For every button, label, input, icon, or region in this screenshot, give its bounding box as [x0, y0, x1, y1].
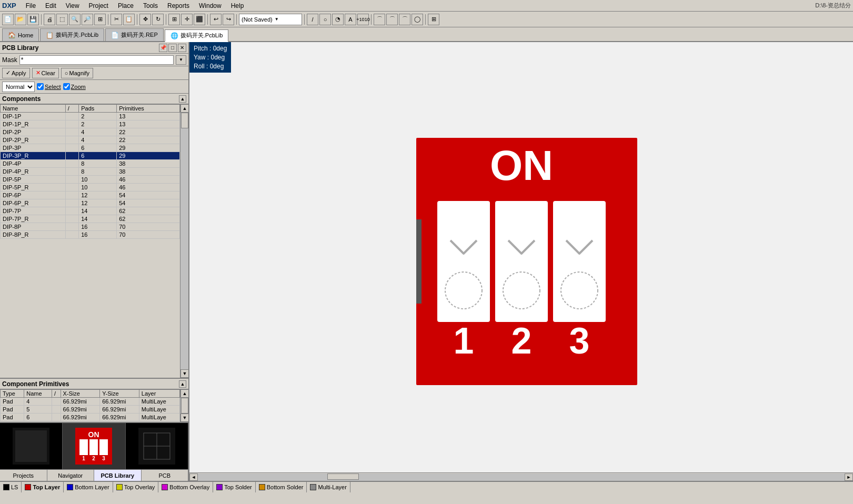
- circle2-btn[interactable]: ◯: [412, 14, 423, 25]
- primitive-row[interactable]: Pad 5 66.929mi 66.929mi MultiLaye: [1, 406, 180, 414]
- component-row[interactable]: DIP-7P 14 62: [1, 207, 180, 215]
- scroll-down-btn[interactable]: ▼: [180, 369, 188, 378]
- undo-btn[interactable]: ↩: [210, 14, 222, 25]
- component-row[interactable]: DIP-3P_R 6 29: [1, 152, 180, 160]
- tab-projects[interactable]: Projects: [0, 470, 47, 481]
- rotate-btn[interactable]: ↻: [152, 14, 164, 25]
- preview-thumb-3[interactable]: [126, 423, 188, 469]
- apply-btn[interactable]: ✓ Apply: [2, 68, 30, 78]
- panel-close-btn[interactable]: ✕: [178, 44, 186, 52]
- panel-pin-btn[interactable]: 📌: [159, 44, 167, 52]
- text-btn[interactable]: A: [345, 14, 356, 25]
- col-slash[interactable]: /: [65, 105, 78, 113]
- component-row[interactable]: DIP-5P_R 10 46: [1, 184, 180, 191]
- component-row[interactable]: DIP-6P_R 12 54: [1, 199, 180, 207]
- panel-maximize-btn[interactable]: □: [168, 44, 177, 52]
- tab-pcblibrary[interactable]: PCB Library: [94, 470, 142, 481]
- hscroll-right-btn[interactable]: ►: [845, 473, 853, 481]
- menu-edit[interactable]: Edit: [41, 1, 61, 11]
- save-btn[interactable]: 💾: [27, 14, 39, 25]
- mode-dropdown[interactable]: (Not Saved) ▼: [239, 14, 302, 25]
- component-row[interactable]: DIP-3P 6 29: [1, 144, 180, 152]
- zoom-in-btn[interactable]: 🔍: [69, 14, 81, 25]
- primitive-row[interactable]: Pad 6 66.929mi 66.929mi MultiLaye: [1, 414, 180, 421]
- component-row[interactable]: DIP-8P 16 70: [1, 223, 180, 231]
- menu-view[interactable]: View: [62, 1, 84, 11]
- scroll-up-btn[interactable]: ▲: [180, 104, 188, 113]
- circle-btn[interactable]: ○: [319, 14, 331, 25]
- components-scroll-up[interactable]: ▲: [179, 95, 186, 103]
- select-all-btn[interactable]: ⬛: [194, 14, 205, 25]
- prim-col-slash[interactable]: /: [52, 390, 61, 398]
- tab-pcblib1[interactable]: 📋 拨码开关.PcbLib: [40, 28, 104, 41]
- canvas-area[interactable]: Pitch : 0deg Yaw : 0deg Roll : 0deg ON: [189, 42, 853, 481]
- fit-btn[interactable]: ⊞: [94, 14, 106, 25]
- status-bottom-overlay[interactable]: Bottom Overlay: [158, 482, 213, 492]
- scroll-track[interactable]: [180, 113, 188, 369]
- component-row[interactable]: DIP-4P_R 8 38: [1, 168, 180, 176]
- status-multi-layer[interactable]: Multi-Layer: [307, 482, 350, 492]
- redo-btn[interactable]: ↪: [223, 14, 234, 25]
- arc-btn[interactable]: ◔: [332, 14, 344, 25]
- curve2-btn[interactable]: ⌒: [386, 14, 398, 25]
- status-bottom-solder[interactable]: Bottom Solder: [256, 482, 307, 492]
- prim-scroll-up-btn[interactable]: ▲: [180, 389, 188, 398]
- components-table-container[interactable]: Name / Pads Primitives DIP-1P 2 13 DIP-1…: [0, 104, 180, 378]
- col-name[interactable]: Name: [1, 105, 66, 113]
- magnify-btn[interactable]: ○ Magnify: [61, 68, 93, 78]
- mask-dropdown[interactable]: ▼: [176, 55, 186, 65]
- scroll-thumb[interactable]: [181, 113, 188, 128]
- component-row[interactable]: DIP-1P 2 13: [1, 113, 180, 120]
- tab-home[interactable]: 🏠 Home: [2, 28, 39, 41]
- col-primitives[interactable]: Primitives: [117, 105, 180, 113]
- tab-pcblib2[interactable]: 🌐 拨码开关.PcbLib: [165, 29, 229, 42]
- component-row[interactable]: DIP-8P_R 16 70: [1, 231, 180, 239]
- prim-scroll-down-btn[interactable]: ▼: [180, 414, 188, 422]
- new-btn[interactable]: 📄: [2, 14, 14, 25]
- select-checkbox[interactable]: [37, 83, 44, 90]
- menu-tools[interactable]: Tools: [139, 1, 162, 11]
- zoom-checkbox[interactable]: [63, 83, 70, 90]
- paste-btn[interactable]: 📋: [123, 14, 135, 25]
- select-checkbox-label[interactable]: Select: [37, 83, 61, 90]
- grid-btn[interactable]: ⊞: [168, 14, 180, 25]
- primitives-table-container[interactable]: Type Name / X-Size Y-Size Layer Pad: [0, 389, 180, 422]
- prim-scroll-track[interactable]: [180, 398, 188, 414]
- prim-col-name[interactable]: Name: [24, 390, 52, 398]
- prim-col-layer[interactable]: Layer: [139, 390, 179, 398]
- menu-reports[interactable]: Reports: [163, 1, 194, 11]
- zoom-checkbox-label[interactable]: Zoom: [63, 83, 86, 90]
- copy-btn[interactable]: ⬚: [56, 14, 68, 25]
- hscroll-track[interactable]: [198, 473, 845, 481]
- matrix-btn[interactable]: ⊞: [428, 14, 439, 25]
- open-btn[interactable]: 📂: [15, 14, 26, 25]
- component-row[interactable]: DIP-7P_R 14 62: [1, 215, 180, 223]
- hscroll-left-btn[interactable]: ◄: [189, 473, 198, 481]
- tab-rep[interactable]: 📄 拨码开关.REP: [105, 28, 164, 41]
- canvas-hscrollbar[interactable]: ◄ ►: [189, 472, 853, 481]
- move-btn[interactable]: ✥: [139, 14, 151, 25]
- prim-scroll-thumb[interactable]: [181, 398, 188, 414]
- components-scrollbar[interactable]: ▲ ▼: [180, 104, 188, 378]
- menu-help[interactable]: Help: [227, 1, 248, 11]
- component-row[interactable]: DIP-2P_R 4 22: [1, 136, 180, 144]
- print-btn[interactable]: 🖨: [44, 14, 55, 25]
- zoom-out-btn[interactable]: 🔎: [82, 14, 93, 25]
- dim-btn[interactable]: +1010: [357, 14, 369, 25]
- menu-project[interactable]: Project: [85, 1, 113, 11]
- component-row[interactable]: DIP-1P_R 2 13: [1, 120, 180, 128]
- view-mode-select[interactable]: Normal: [2, 82, 35, 92]
- clear-btn[interactable]: ✕ Clear: [32, 68, 59, 78]
- preview-thumb-2[interactable]: ON 1 2 3: [63, 423, 125, 469]
- status-top-solder[interactable]: Top Solder: [213, 482, 256, 492]
- tab-pcb[interactable]: PCB: [142, 470, 189, 481]
- mask-input[interactable]: [19, 55, 174, 65]
- status-top-layer[interactable]: Top Layer: [22, 482, 64, 492]
- status-ls[interactable]: LS: [0, 482, 22, 492]
- prim-col-ysize[interactable]: Y-Size: [100, 390, 139, 398]
- component-row[interactable]: DIP-5P 10 46: [1, 176, 180, 184]
- menu-file[interactable]: File: [22, 1, 40, 11]
- primitive-row[interactable]: Pad 4 66.929mi 66.929mi MultiLaye: [1, 398, 180, 406]
- curve3-btn[interactable]: ⌒: [399, 14, 410, 25]
- primitives-scrollbar[interactable]: ▲ ▼: [180, 389, 188, 422]
